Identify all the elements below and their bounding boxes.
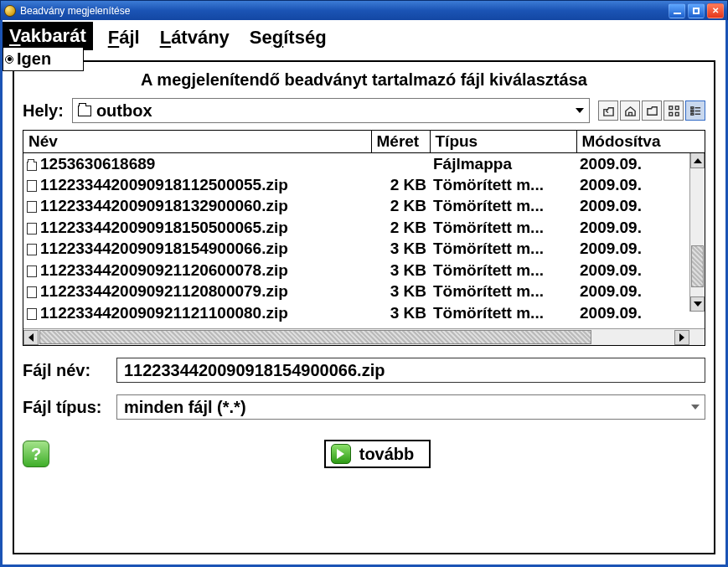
table-row[interactable]: 1122334420090921121100080.zip3 KBTömörít… — [23, 302, 705, 324]
filetype-label: Fájl típus: — [23, 398, 105, 417]
file-date: 2009.09. — [576, 302, 705, 324]
filetype-row: Fájl típus: minden fájl (*.*) — [23, 394, 705, 420]
scroll-thumb[interactable] — [691, 245, 704, 287]
col-name[interactable]: Név — [23, 131, 371, 153]
file-name: 1122334420090921120600078.zip — [40, 261, 288, 279]
file-date: 2009.09. — [576, 239, 705, 260]
file-type: Tömörített m... — [430, 196, 576, 218]
file-size: 2 KB — [371, 174, 430, 196]
location-row: Hely: outbox — [23, 98, 705, 123]
view-toolbar — [598, 101, 705, 121]
file-name: 1122334420090921121100080.zip — [40, 304, 288, 322]
vakbarat-dropdown: Igen — [3, 47, 84, 71]
svg-rect-2 — [669, 112, 672, 116]
folder-icon — [27, 162, 37, 171]
table-row[interactable]: 1122334420090918112500055.zip2 KBTömörít… — [23, 174, 705, 196]
file-icon — [27, 223, 37, 235]
filename-input[interactable] — [116, 358, 705, 383]
file-name: 1253630618689 — [40, 155, 155, 173]
filetype-value: minden fájl (*.*) — [124, 398, 246, 417]
file-icon — [27, 180, 37, 192]
scroll-up-button[interactable] — [690, 153, 705, 168]
menu-fajl[interactable]: Fájl — [103, 25, 145, 50]
vertical-scrollbar[interactable] — [689, 153, 705, 312]
file-list: Név Méret Típus Módosítva 1253630618689F… — [23, 130, 705, 346]
chevron-down-icon — [576, 108, 584, 113]
file-name: 1122334420090918150500065.zip — [40, 219, 288, 236]
file-name: 1122334420090918112500055.zip — [40, 176, 288, 193]
scroll-right-button[interactable] — [674, 330, 689, 345]
file-size: 3 KB — [371, 260, 430, 281]
title-bar: Beadvány megjelenítése — [0, 0, 728, 20]
bottom-row: ? tovább — [23, 440, 705, 468]
file-type: Tömörített m... — [430, 260, 576, 281]
location-select[interactable]: outbox — [72, 98, 590, 123]
next-button[interactable]: tovább — [324, 440, 431, 468]
file-date: 2009.09. — [576, 153, 705, 175]
file-size: 3 KB — [371, 302, 430, 324]
filetype-select[interactable]: minden fájl (*.*) — [116, 394, 705, 420]
file-icon — [27, 244, 37, 255]
file-size: 3 KB — [371, 239, 430, 260]
file-type: Tömörített m... — [430, 281, 576, 303]
window-title: Beadvány megjelenítése — [20, 5, 130, 17]
menu-segitseg[interactable]: Segítség — [245, 25, 332, 50]
svg-rect-0 — [669, 106, 672, 109]
close-button[interactable] — [707, 3, 724, 18]
menu-bar: Vakbarát Fájl Látvány Segítség Igen — [3, 20, 725, 50]
col-size[interactable]: Méret — [371, 131, 430, 153]
menu-latvany[interactable]: Látvány — [155, 25, 235, 50]
horizontal-scrollbar[interactable] — [23, 328, 705, 345]
file-type: Tömörített m... — [430, 217, 576, 239]
app-icon — [4, 5, 16, 17]
col-type[interactable]: Típus — [430, 131, 576, 153]
svg-rect-6 — [690, 113, 693, 115]
table-row[interactable]: 1253630618689Fájlmappa2009.09. — [23, 153, 705, 175]
menu-vakbarat[interactable]: Vakbarát — [3, 22, 93, 50]
up-folder-button[interactable] — [598, 101, 618, 121]
file-type: Tömörített m... — [430, 239, 576, 260]
file-date: 2009.09. — [576, 217, 705, 239]
location-label: Hely: — [23, 101, 64, 121]
file-type: Tömörített m... — [430, 174, 576, 196]
home-button[interactable] — [620, 101, 640, 121]
table-row[interactable]: 1122334420090918132900060.zip2 KBTömörít… — [23, 196, 705, 218]
dropdown-item-igen[interactable]: Igen — [5, 49, 51, 69]
file-size — [371, 153, 430, 175]
file-icon — [27, 201, 37, 213]
main-panel: A megjelenítendő beadványt tartalmazó fá… — [13, 60, 715, 554]
file-date: 2009.09. — [576, 196, 705, 218]
table-header-row: Név Méret Típus Módosítva — [23, 131, 705, 153]
file-date: 2009.09. — [576, 281, 705, 303]
table-row[interactable]: 1122334420090918154900066.zip3 KBTömörít… — [23, 239, 705, 260]
scroll-left-button[interactable] — [23, 330, 39, 345]
file-icon — [27, 265, 37, 277]
table-row[interactable]: 1122334420090921120800079.zip3 KBTömörít… — [23, 281, 705, 303]
file-icon — [27, 286, 37, 298]
col-modified[interactable]: Módosítva — [576, 131, 705, 153]
scroll-down-button[interactable] — [690, 296, 705, 312]
chevron-down-icon — [691, 405, 700, 410]
svg-rect-4 — [690, 106, 693, 108]
hscroll-thumb[interactable] — [39, 330, 591, 344]
file-type: Tömörített m... — [430, 302, 576, 324]
location-value: outbox — [96, 101, 152, 121]
filename-row: Fájl név: — [23, 358, 705, 383]
new-folder-button[interactable] — [642, 101, 662, 121]
panel-title: A megjelenítendő beadványt tartalmazó fá… — [23, 70, 705, 90]
folder-icon — [78, 106, 91, 116]
window-body: Vakbarát Fájl Látvány Segítség Igen A me… — [0, 20, 728, 567]
maximize-button[interactable] — [688, 3, 705, 18]
table-row[interactable]: 1122334420090918150500065.zip2 KBTömörít… — [23, 217, 705, 239]
help-button[interactable]: ? — [23, 441, 49, 467]
svg-rect-1 — [675, 106, 679, 109]
file-name: 1122334420090921120800079.zip — [40, 282, 288, 300]
arrow-right-icon — [331, 444, 351, 464]
minimize-button[interactable] — [669, 3, 685, 18]
svg-rect-5 — [690, 110, 693, 111]
list-view-button[interactable] — [685, 101, 705, 121]
file-type: Fájlmappa — [430, 153, 576, 175]
table-row[interactable]: 1122334420090921120600078.zip3 KBTömörít… — [23, 260, 705, 281]
file-size: 2 KB — [371, 196, 430, 218]
icon-view-button[interactable] — [663, 101, 684, 121]
